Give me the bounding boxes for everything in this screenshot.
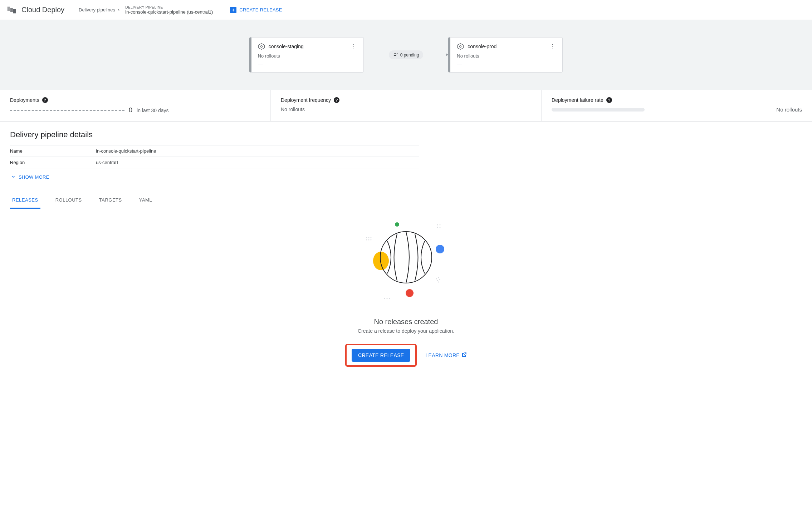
svg-point-1 [260, 46, 262, 48]
svg-point-16 [436, 278, 437, 279]
svg-point-26 [437, 227, 438, 228]
help-icon[interactable]: ? [334, 97, 339, 103]
tab-targets[interactable]: TARGETS [97, 192, 124, 209]
show-more-button[interactable]: SHOW MORE [10, 173, 419, 181]
svg-point-12 [371, 237, 372, 238]
breadcrumb-eyebrow: DELIVERY PIPELINE [125, 5, 213, 9]
details-value: in-console-quickstart-pipeline [96, 145, 419, 157]
breadcrumb-page-title: in-console-quickstart-pipeline (us-centr… [125, 9, 213, 15]
target-card-prod[interactable]: console-prod ⋮ No rollouts — [448, 37, 563, 73]
stats-row: Deployments ? 0 in last 30 days Deployme… [0, 90, 812, 122]
person-check-icon [393, 52, 398, 58]
svg-point-18 [437, 280, 438, 281]
svg-point-4 [460, 46, 461, 48]
failure-value: No rollouts [776, 107, 802, 113]
target-icon [457, 43, 464, 50]
header-bar: Cloud Deploy Delivery pipelines › DELIVE… [0, 0, 812, 20]
stat-frequency-label: Deployment frequency [281, 97, 331, 103]
chevron-down-icon [10, 173, 16, 181]
details-key: Region [10, 157, 96, 168]
target-card-staging[interactable]: console-staging ⋮ No rollouts — [249, 37, 364, 73]
target-value: — [457, 61, 556, 66]
create-release-header-button[interactable]: + CREATE RELEASE [230, 7, 282, 13]
pending-label: 0 pending [400, 53, 419, 58]
pending-pill[interactable]: 0 pending [389, 50, 424, 59]
empty-illustration [349, 216, 463, 309]
svg-point-2 [394, 53, 396, 54]
svg-point-25 [440, 224, 441, 226]
deployments-count: 0 [129, 107, 132, 114]
target-status: No rollouts [258, 53, 357, 59]
show-more-label: SHOW MORE [19, 174, 49, 180]
create-release-header-label: CREATE RELEASE [239, 7, 282, 13]
target-value: — [258, 61, 357, 66]
svg-point-8 [406, 289, 414, 297]
deployments-sparkline-empty [10, 110, 124, 111]
failure-bar-empty [552, 108, 645, 112]
empty-actions: CREATE RELEASE LEARN MORE [345, 344, 467, 367]
svg-point-20 [438, 282, 439, 283]
svg-point-5 [395, 222, 399, 227]
stat-failure-rate: Deployment failure rate ? No rollouts [542, 90, 812, 121]
svg-point-6 [436, 245, 444, 253]
svg-point-11 [368, 237, 370, 238]
details-table: Name in-console-quickstart-pipeline Regi… [10, 145, 419, 168]
tutorial-highlight: CREATE RELEASE [345, 344, 417, 367]
details-row-name: Name in-console-quickstart-pipeline [10, 145, 419, 157]
pipeline-connector: 0 pending [364, 50, 449, 59]
learn-more-label: LEARN MORE [425, 352, 460, 358]
target-name: console-prod [468, 44, 497, 49]
plus-icon: + [230, 7, 236, 13]
connector-line-right [423, 55, 448, 55]
pipeline-visualization: console-staging ⋮ No rollouts — 0 pendin… [0, 20, 812, 90]
stat-frequency: Deployment frequency ? No rollouts [271, 90, 542, 121]
svg-point-24 [437, 224, 438, 226]
stat-deployments-label: Deployments [10, 97, 39, 103]
target-icon [258, 43, 265, 50]
pipeline-details-section: Delivery pipeline details Name in-consol… [0, 122, 429, 184]
tabs: RELEASES ROLLOUTS TARGETS YAML [0, 192, 812, 209]
details-heading: Delivery pipeline details [10, 130, 419, 139]
breadcrumb-current: DELIVERY PIPELINE in-console-quickstart-… [125, 5, 213, 15]
svg-point-22 [387, 298, 388, 299]
learn-more-link[interactable]: LEARN MORE [425, 352, 467, 359]
svg-point-13 [366, 239, 367, 241]
frequency-value: No rollouts [281, 107, 305, 112]
svg-point-21 [384, 298, 385, 299]
cloud-deploy-logo-icon [6, 5, 16, 15]
tab-releases[interactable]: RELEASES [10, 192, 40, 209]
target-name: console-staging [269, 44, 304, 49]
help-icon[interactable]: ? [606, 97, 612, 103]
deployments-period: in last 30 days [137, 108, 169, 113]
chevron-right-icon: › [118, 7, 119, 13]
empty-subtitle: Create a release to deploy your applicat… [0, 328, 812, 334]
releases-empty-state: No releases created Create a release to … [0, 209, 812, 381]
more-vert-icon[interactable]: ⋮ [549, 43, 556, 50]
svg-point-19 [439, 279, 440, 280]
product-title: Cloud Deploy [21, 6, 64, 14]
svg-point-23 [389, 298, 390, 299]
breadcrumb-parent-link[interactable]: Delivery pipelines [79, 7, 115, 13]
svg-marker-3 [458, 44, 464, 50]
svg-point-17 [438, 277, 439, 278]
svg-point-27 [440, 227, 441, 228]
external-link-icon [461, 352, 467, 359]
target-status: No rollouts [457, 53, 556, 59]
connector-line-left [364, 55, 389, 55]
more-vert-icon[interactable]: ⋮ [351, 43, 357, 50]
svg-point-7 [373, 252, 389, 270]
tab-yaml[interactable]: YAML [137, 192, 154, 209]
breadcrumb: Delivery pipelines › DELIVERY PIPELINE i… [79, 5, 213, 15]
stat-deployments: Deployments ? 0 in last 30 days [0, 90, 271, 121]
svg-marker-0 [258, 44, 264, 50]
tab-rollouts[interactable]: ROLLOUTS [53, 192, 84, 209]
help-icon[interactable]: ? [42, 97, 48, 103]
create-release-button[interactable]: CREATE RELEASE [352, 349, 410, 362]
details-key: Name [10, 145, 96, 157]
svg-point-14 [368, 239, 370, 241]
svg-point-15 [371, 239, 372, 241]
empty-title: No releases created [0, 318, 812, 326]
stat-failure-label: Deployment failure rate [552, 97, 603, 103]
svg-point-10 [366, 237, 367, 238]
details-value: us-central1 [96, 157, 419, 168]
